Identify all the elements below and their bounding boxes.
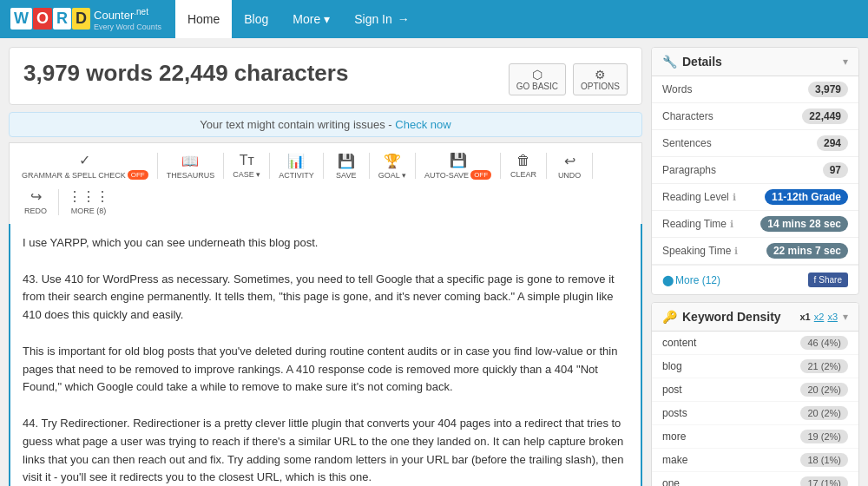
- toolbar-goal[interactable]: 🏆 GOAL ▾: [373, 149, 411, 183]
- toolbar-clear[interactable]: 🗑 CLEAR: [504, 149, 542, 182]
- words-value: 3,979: [808, 82, 848, 97]
- characters-value: 22,449: [802, 108, 848, 124]
- kd-row-posts: posts 20 (2%): [652, 402, 858, 425]
- kd-count: 20 (2%): [800, 406, 848, 420]
- kd-row-one: one 17 (1%): [652, 472, 858, 486]
- autosave-icon: 💾: [450, 152, 467, 168]
- detail-row-reading-level: Reading Level ℹ 11-12th Grade: [652, 184, 858, 211]
- nav-signin-label: Sign In: [354, 12, 392, 26]
- toolbar-separator-2: [223, 153, 224, 179]
- kd-row-post: post 20 (2%): [652, 378, 858, 402]
- toolbar-redo[interactable]: ↪ REDO: [16, 185, 55, 219]
- keyword-density-title-text: Keyword Density: [682, 310, 781, 324]
- reading-level-label: Reading Level ℹ: [662, 191, 736, 203]
- logo[interactable]: W O R D Counter.net Every Word Counts: [10, 7, 161, 30]
- logo-w: W: [10, 8, 32, 30]
- details-header: 🔧 Details ▾: [652, 48, 858, 76]
- toolbar-activity[interactable]: 📊 ACTIVITY: [273, 149, 319, 183]
- signin-icon: →: [398, 12, 410, 26]
- activity-label: ACTIVITY: [279, 171, 314, 180]
- toolbar-autosave[interactable]: 💾 AUTO-SAVEOFF: [419, 148, 496, 183]
- left-panel: 3,979 words 22,449 characters ⬡ GO BASIC…: [9, 47, 642, 486]
- info-icon-3[interactable]: ℹ: [734, 246, 738, 257]
- nav-blog[interactable]: Blog: [232, 0, 280, 38]
- toolbar-separator-6: [415, 153, 416, 179]
- writing-issues-bar: Your text might contain writing issues -…: [9, 112, 642, 137]
- speaking-time-label: Speaking Time ℹ: [662, 245, 738, 257]
- check-now-link[interactable]: Check now: [395, 118, 450, 131]
- reading-time-label: Reading Time ℹ: [662, 218, 733, 230]
- nav-home[interactable]: Home: [175, 0, 232, 38]
- kd-word: one: [662, 477, 680, 486]
- speaking-time-value: 22 mins 7 sec: [766, 243, 848, 259]
- thesaurus-label: THESAURUS: [167, 171, 215, 180]
- kd-filter-x3[interactable]: x3: [827, 312, 838, 322]
- toolbar-thesaurus[interactable]: 📖 THESAURUS: [161, 149, 220, 183]
- options-button[interactable]: ⚙ OPTIONS: [573, 63, 628, 95]
- details-title: 🔧 Details: [662, 55, 722, 69]
- more-link[interactable]: ⬤ More (12): [662, 274, 720, 286]
- toolbar-case[interactable]: Tт CASE ▾: [227, 149, 266, 182]
- toolbar-separator-7: [500, 153, 501, 179]
- book-icon: 📖: [181, 153, 199, 169]
- toolbar-more[interactable]: ⋮⋮⋮ MORE (8): [62, 185, 115, 219]
- detail-row-speaking-time: Speaking Time ℹ 22 mins 7 sec: [652, 238, 858, 265]
- details-title-text: Details: [682, 55, 722, 69]
- grammar-label: GRAMMAR & SPELL CHECKOFF: [22, 170, 148, 180]
- reading-level-value: 11-12th Grade: [765, 189, 848, 205]
- details-more-share: ⬤ More (12) f Share: [652, 265, 858, 294]
- nav-signin[interactable]: Sign In →: [342, 0, 422, 38]
- toolbar-separator-4: [323, 153, 324, 179]
- paragraphs-label: Paragraphs: [662, 164, 716, 176]
- kd-filter-x2[interactable]: x2: [814, 312, 825, 322]
- wrench-icon: 🔧: [662, 55, 677, 69]
- toolbar-separator-8: [546, 153, 547, 179]
- key-icon: 🔑: [662, 310, 677, 324]
- characters-label: Characters: [662, 110, 713, 122]
- kd-word: content: [662, 337, 696, 349]
- toolbar-undo[interactable]: ↩ UNDO: [550, 149, 589, 183]
- facebook-share-label: Share: [819, 275, 842, 285]
- clear-icon: 🗑: [516, 153, 530, 168]
- undo-icon: ↩: [564, 153, 575, 169]
- info-icon-2[interactable]: ℹ: [730, 219, 733, 230]
- kd-filter-x1[interactable]: x1: [800, 312, 811, 322]
- case-label: CASE ▾: [233, 170, 260, 179]
- grammar-toggle: OFF: [128, 170, 148, 180]
- kd-count: 20 (2%): [800, 383, 848, 397]
- toolbar-save[interactable]: 💾 SAVE: [327, 149, 365, 183]
- detail-row-paragraphs: Paragraphs 97: [652, 157, 858, 184]
- redo-icon: ↪: [30, 188, 42, 205]
- kd-word: posts: [662, 407, 687, 419]
- chevron-icon[interactable]: ▾: [843, 56, 848, 68]
- kd-count: 17 (1%): [800, 476, 848, 486]
- kd-word: blog: [662, 360, 682, 372]
- kd-count: 21 (2%): [800, 359, 848, 373]
- facebook-share-button[interactable]: f Share: [808, 273, 848, 287]
- more-icon: ⋮⋮⋮: [68, 188, 109, 205]
- kd-row-content: content 46 (4%): [652, 332, 858, 355]
- toolbar-separator-5: [369, 153, 370, 179]
- detail-row-words: Words 3,979: [652, 76, 858, 103]
- kd-count: 19 (2%): [800, 430, 848, 443]
- paragraphs-value: 97: [823, 162, 848, 178]
- reading-time-value: 14 mins 28 sec: [760, 216, 848, 232]
- autosave-label: AUTO-SAVEOFF: [424, 170, 491, 180]
- info-icon[interactable]: ℹ: [733, 192, 736, 203]
- case-icon: Tт: [240, 153, 254, 168]
- clear-label: CLEAR: [510, 170, 536, 179]
- goal-label: GOAL ▾: [378, 171, 406, 180]
- kd-count: 46 (4%): [800, 336, 848, 350]
- keyword-density-panel: 🔑 Keyword Density x1 x2 x3 ▾ content 46 …: [651, 302, 859, 486]
- go-basic-button[interactable]: ⬡ GO BASIC: [509, 63, 566, 95]
- navbar: W O R D Counter.net Every Word Counts Ho…: [0, 0, 868, 38]
- options-label: OPTIONS: [581, 82, 620, 91]
- autosave-toggle: OFF: [470, 170, 491, 180]
- stats-actions: ⬡ GO BASIC ⚙ OPTIONS: [509, 63, 628, 95]
- text-editor[interactable]: [10, 224, 641, 486]
- toolbar-separator-10: [58, 189, 59, 215]
- kd-chevron[interactable]: ▾: [843, 311, 848, 323]
- toolbar-grammar[interactable]: ✓ GRAMMAR & SPELL CHECKOFF: [16, 148, 154, 183]
- activity-icon: 📊: [287, 153, 305, 169]
- nav-more[interactable]: More ▾: [280, 0, 342, 38]
